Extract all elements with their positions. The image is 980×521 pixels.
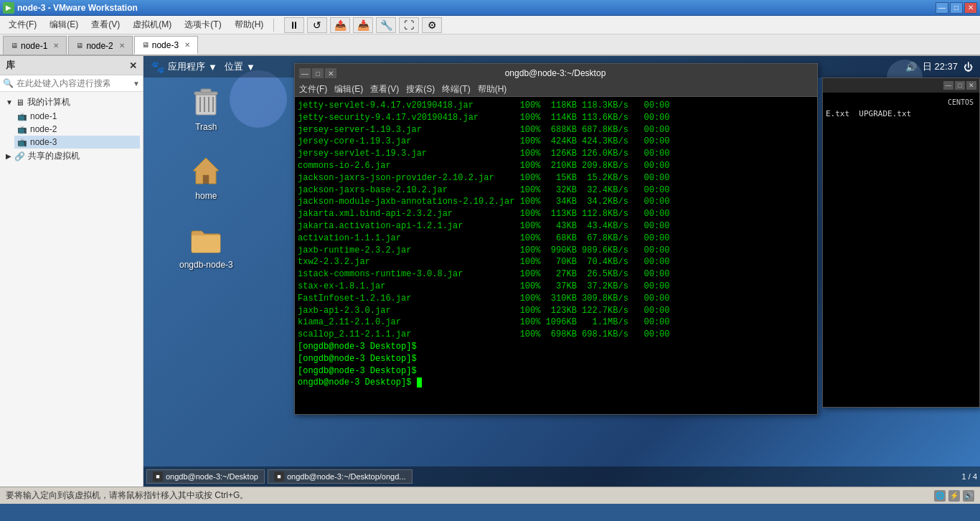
vm-tab-node1-label: node-1: [21, 41, 47, 51]
svg-rect-8: [203, 175, 209, 184]
tree-item-node1[interactable]: 📺 node-1: [14, 110, 140, 123]
folder-icon: [189, 222, 223, 257]
tree-label-node1: node-1: [30, 111, 57, 121]
toolbar-vmware-btn[interactable]: 🔧: [376, 17, 396, 33]
terminal-line: [ongdb@node-3 Desktop]$: [298, 365, 814, 377]
terminal-close-btn[interactable]: ✕: [325, 68, 336, 78]
toolbar-fullscreen-btn[interactable]: ⛶: [399, 17, 419, 33]
vm-tab-node1-close[interactable]: ✕: [53, 42, 59, 50]
menu-view[interactable]: 查看(V): [85, 17, 126, 32]
terminal-line: jaxb-api-2.3.0.jar 100% 123KB 122.7KB/s …: [298, 305, 814, 317]
terminal-menu: 文件(F) 编辑(E) 查看(V) 搜索(S) 终端(T) 帮助(H): [295, 83, 817, 97]
vm-tab-node2-label: node-2: [86, 41, 113, 51]
title-bar-left: ▶ node-3 - VMware Workstation: [3, 2, 138, 14]
computer-icon: 🖥: [16, 98, 24, 108]
terminal-line: ongdb@node-3 Desktop]$: [298, 377, 814, 389]
term-menu-edit[interactable]: 编辑(E): [334, 83, 363, 95]
terminal-line: jetty-servlet-9.4.17.v20190418.jar 100% …: [298, 100, 814, 112]
tree-item-mycomputer[interactable]: ▼ 🖥 我的计算机: [3, 95, 140, 110]
tree-item-node2[interactable]: 📺 node-2: [14, 123, 140, 136]
toolbar-receive-btn[interactable]: 📥: [353, 17, 373, 33]
toolbar-settings-btn[interactable]: ⚙: [422, 17, 442, 33]
vm-tab-node1-icon: 🖥: [11, 42, 18, 50]
app-menu-arrow: ▼: [208, 62, 217, 72]
main-area: 库 ✕ 🔍 ▼ ▼ 🖥 我的计算机 📺 node-1 📺 node-2 📺: [0, 56, 980, 487]
taskbar-item-desktop[interactable]: ■ ongdb@node-3:~/Desktop: [146, 469, 265, 484]
terminal-minimize-btn[interactable]: —: [299, 68, 311, 78]
sidebar-header: 库 ✕: [0, 56, 143, 75]
term-menu-terminal[interactable]: 终端(T): [442, 83, 470, 95]
terminal-line: jersey-servlet-1.19.3.jar 100% 126KB 126…: [298, 148, 814, 160]
tree-label-shared: 共享的虚拟机: [28, 150, 80, 162]
sidebar-close-button[interactable]: ✕: [129, 60, 137, 71]
menu-tab[interactable]: 选项卡(T): [179, 17, 227, 32]
network-icon: 🌐: [934, 490, 946, 502]
menu-file[interactable]: 文件(F): [3, 17, 42, 32]
trash-icon: [189, 85, 223, 119]
behind-terminal-maximize[interactable]: □: [955, 81, 965, 90]
menu-vm[interactable]: 虚拟机(M): [127, 17, 177, 32]
vm-tab-node3-close[interactable]: ✕: [184, 41, 190, 49]
toolbar-power-btn[interactable]: ⏸: [284, 17, 304, 33]
location-menu[interactable]: 位置 ▼: [225, 60, 255, 73]
desktop-area[interactable]: 🐾 应用程序 ▼ 位置 ▼ 🔊 日 22:37 ⏻: [143, 56, 980, 487]
centos-label: CENTOS: [826, 95, 976, 109]
expand-icon-shared: ▶: [6, 152, 11, 160]
app-menu[interactable]: 🐾 应用程序 ▼: [151, 60, 217, 74]
gnome-logo: 🐾: [151, 60, 165, 74]
toolbar-restart-btn[interactable]: ↺: [307, 17, 327, 33]
shared-icon: 🔗: [14, 151, 25, 161]
desktop-icon-home[interactable]: home: [189, 154, 223, 201]
vm-tab-node2-close[interactable]: ✕: [119, 42, 125, 50]
menu-edit[interactable]: 编辑(E): [44, 17, 84, 32]
vm-tab-node2-icon: 🖥: [76, 42, 83, 50]
svg-rect-2: [201, 89, 211, 93]
search-icon: 🔍: [3, 78, 14, 88]
volume-icon[interactable]: 🔊: [905, 62, 917, 72]
sidebar-title: 库: [6, 59, 15, 72]
system-time: 日 22:37: [923, 60, 958, 73]
vmware-icon: ▶: [3, 2, 14, 14]
menu-help[interactable]: 帮助(H): [229, 17, 270, 32]
window-controls: — □ ✕: [936, 2, 977, 14]
term-menu-file[interactable]: 文件(F): [299, 83, 327, 95]
behind-terminal-close[interactable]: ✕: [966, 81, 976, 90]
power-icon[interactable]: ⏻: [963, 62, 973, 72]
taskbar-item-ongd[interactable]: ■ ongdb@node-3:~/Desktop/ongd...: [268, 469, 413, 484]
terminal-line: FastInfoset-1.2.16.jar 100% 310KB 309.8K…: [298, 293, 814, 305]
term-menu-help[interactable]: 帮助(H): [478, 83, 507, 95]
term-menu-search[interactable]: 搜索(S): [406, 83, 435, 95]
terminal-line: jetty-security-9.4.17.v20190418.jar 100%…: [298, 112, 814, 124]
tree-item-node3[interactable]: 📺 node-3: [14, 136, 140, 149]
folder-label: ongdb-node-3: [179, 260, 233, 270]
expand-icon: ▼: [6, 98, 13, 106]
minimize-button[interactable]: —: [936, 2, 948, 14]
terminal-line: activation-1.1.1.jar 100% 68KB 67.8KB/s …: [298, 233, 814, 245]
vm-tab-node3[interactable]: 🖥 node-3 ✕: [134, 36, 198, 55]
status-message: 要将输入定向到该虚拟机，请将鼠标指针移入其中或按 Ctrl+G。: [6, 489, 248, 502]
status-bar: 要将输入定向到该虚拟机，请将鼠标指针移入其中或按 Ctrl+G。 🌐 ⚡ 🔊: [0, 487, 980, 504]
terminal-line: jersey-core-1.19.3.jar 100% 424KB 424.3K…: [298, 136, 814, 148]
terminal-controls-left: — □ ✕: [299, 68, 336, 78]
vm-tabs-bar: 🖥 node-1 ✕ 🖥 node-2 ✕ 🖥 node-3 ✕: [0, 34, 980, 56]
desktop-icons: Trash home: [179, 85, 233, 270]
desktop-icon-folder[interactable]: ongdb-node-3: [179, 222, 233, 270]
terminal-maximize-btn[interactable]: □: [312, 68, 324, 78]
search-dropdown-icon[interactable]: ▼: [133, 80, 140, 88]
tree-item-shared[interactable]: ▶ 🔗 共享的虚拟机: [3, 149, 140, 164]
terminal-body[interactable]: jetty-servlet-9.4.17.v20190418.jar 100% …: [295, 97, 817, 410]
terminal-line: commons-io-2.6.jar 100% 210KB 209.8KB/s …: [298, 160, 814, 172]
maximize-button[interactable]: □: [950, 2, 963, 14]
behind-terminal-minimize[interactable]: —: [943, 81, 953, 90]
toolbar-send-btn[interactable]: 📤: [330, 17, 350, 33]
sidebar-search[interactable]: 🔍 ▼: [0, 75, 143, 92]
term-menu-view[interactable]: 查看(V): [370, 83, 399, 95]
vm-tab-node1[interactable]: 🖥 node-1 ✕: [3, 36, 67, 55]
vm-tab-node2[interactable]: 🖥 node-2 ✕: [68, 36, 132, 55]
close-button[interactable]: ✕: [964, 2, 977, 14]
terminal-window-main[interactable]: — □ ✕ ongdb@node-3:~/Desktop 文件(F) 编辑(E)…: [294, 63, 818, 415]
title-bar: ▶ node-3 - VMware Workstation — □ ✕: [0, 0, 980, 16]
search-input[interactable]: [17, 78, 110, 88]
desktop-icon-trash[interactable]: Trash: [189, 85, 223, 132]
toolbar: ⏸ ↺ 📤 📥 🔧 ⛶ ⚙: [284, 17, 442, 33]
